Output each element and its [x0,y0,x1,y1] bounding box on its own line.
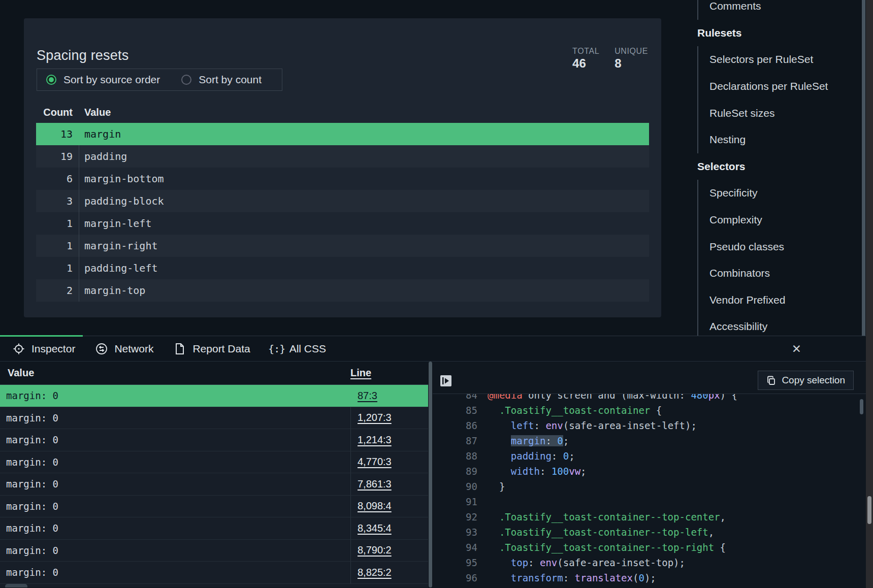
panel-toggle-icon[interactable] [440,375,451,386]
line-link[interactable]: 8,825:2 [358,567,392,578]
code-token [488,466,511,477]
page-title: Spacing resets [37,48,128,63]
code-text: } [477,481,505,492]
sidebar-item-selectors-per-ruleset[interactable]: Selectors per RuleSet [709,46,855,73]
declaration-value: margin: 0 [0,407,350,429]
code-token: translatex [575,572,633,583]
code-line: 94 .Toastify__toast-container--top-right… [433,540,866,555]
table-row[interactable]: margin: 08,345:4 [0,517,428,540]
line-number: 92 [433,511,477,522]
spacing-table-header: Count Value [36,102,649,123]
table-row[interactable]: margin: 04,770:3 [0,451,428,474]
table-row[interactable]: margin: 01,214:3 [0,429,428,451]
line-cell: 1,207:3 [350,407,428,429]
sidebar-group: SpecificityComplexityPseudo classesCombi… [697,180,855,340]
table-row[interactable]: 1padding-left [36,257,649,279]
sort-option-count[interactable]: Sort by count [181,74,262,86]
sidebar-item-complexity[interactable]: Complexity [709,207,855,234]
sidebar-item-comments[interactable]: Comments [709,0,855,20]
horizontal-scrollbar-thumb[interactable] [5,584,27,587]
code-text: margin: 0; [477,435,569,446]
code-token [488,405,499,416]
splitter-handle[interactable] [429,362,432,587]
radio-icon[interactable] [181,75,191,85]
tab-network[interactable]: Network [95,343,153,355]
declaration-value: margin: 0 [0,517,350,539]
code-text: @media only screen and (max-width: 480px… [477,394,737,401]
document-icon [174,343,186,355]
table-row[interactable]: 1margin-right [36,235,649,257]
table-row[interactable]: margin: 08,790:2 [0,540,428,562]
declaration-value: margin: 0 [0,385,350,407]
line-link[interactable]: 8,345:4 [358,522,392,534]
window-scrollbar[interactable] [866,0,873,588]
code-token: 0 [563,450,569,462]
code-token: padding [511,450,552,462]
declaration-value: margin: 0 [0,562,350,583]
spacing-table: Count Value 13margin19padding6margin-bot… [36,102,649,302]
code-token: px [708,394,720,401]
code-line: 93 .Toastify__toast-container--top-left, [433,525,866,540]
code-token: .Toastify__toast-container--top-center [499,511,720,522]
line-link[interactable]: 87:3 [358,390,377,402]
tab-label: Network [114,343,153,355]
code-token: { [714,542,726,553]
table-row[interactable]: margin: 087:3 [0,385,428,407]
close-icon[interactable]: ✕ [792,343,801,354]
line-link[interactable]: 7,861:3 [358,478,392,490]
sidebar-item-declarations-per-ruleset[interactable]: Declarations per RuleSet [709,73,855,100]
inspector-line-header[interactable]: Line [350,367,371,379]
sidebar-scrollbar-thumb[interactable] [862,0,865,336]
devtools-content: Value Line margin: 087:3margin: 01,207:3… [0,362,866,587]
line-link[interactable]: 1,214:3 [358,434,392,446]
line-link[interactable]: 8,790:2 [358,544,392,556]
table-row [0,584,428,588]
table-row[interactable]: 2margin-top [36,279,649,302]
line-number: 91 [433,496,477,507]
sidebar-item-nesting[interactable]: Nesting [709,126,855,153]
tab-report-data[interactable]: Report Data [174,343,250,355]
window-scrollbar-thumb[interactable] [867,496,871,524]
transfer-icon [95,343,108,355]
table-row[interactable]: 13margin [36,123,649,145]
table-row[interactable]: margin: 08,098:4 [0,496,428,518]
table-row[interactable]: margin: 01,207:3 [0,407,428,430]
code-text: width: 100vw; [477,466,587,477]
line-number: 87 [433,435,477,446]
row-count: 2 [36,279,79,302]
copy-selection-button[interactable]: Copy selection [758,371,854,390]
line-link[interactable]: 8,098:4 [358,500,392,512]
sidebar-item-pseudo-classes[interactable]: Pseudo classes [709,233,855,260]
code-token: 480 [691,394,708,401]
panel-splitter[interactable] [428,362,433,587]
radio-icon[interactable] [46,75,56,85]
code-token: ); [685,420,697,431]
copy-icon [766,376,776,385]
sidebar-item-vendor-prefixed[interactable]: Vendor Prefixed [709,287,855,314]
tab-inspector[interactable]: Inspector [13,343,75,355]
sort-option-source-order[interactable]: Sort by source order [46,74,160,86]
table-row[interactable]: margin: 08,825:2 [0,562,428,584]
line-link[interactable]: 1,207:3 [358,412,392,423]
sidebar-item-combinators[interactable]: Combinators [709,260,855,287]
tab-all-css[interactable]: {:}All CSS [271,343,326,355]
sidebar-item-ruleset-sizes[interactable]: RuleSet sizes [709,100,855,126]
line-cell: 1,214:3 [350,429,428,451]
table-row[interactable]: margin: 07,861:3 [0,473,428,496]
code-body[interactable]: 84@media only screen and (max-width: 480… [433,394,866,587]
table-row[interactable]: 6margin-bottom [36,168,649,190]
code-token: safe-area-inset-left [569,420,685,431]
line-cell: 8,345:4 [350,517,428,539]
table-row[interactable]: 19padding [36,145,649,168]
table-row[interactable]: 1margin-left [36,212,649,235]
sidebar-item-specificity[interactable]: Specificity [709,180,855,207]
code-token: top [511,557,528,568]
line-number: 85 [433,405,477,416]
line-link[interactable]: 4,770:3 [358,456,392,468]
code-text: .Toastify__toast-container--top-left, [477,527,714,538]
code-token [488,420,511,431]
inspector-rows: margin: 087:3margin: 01,207:3margin: 01,… [0,385,428,584]
table-row[interactable]: 3padding-block [36,190,649,212]
code-token: , [720,511,726,522]
code-scrollbar-thumb[interactable] [860,399,863,414]
